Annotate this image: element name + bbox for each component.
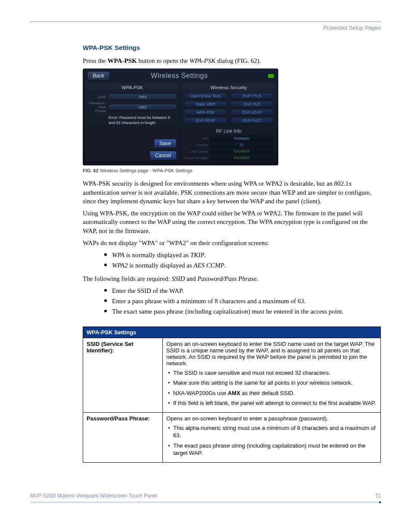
bullet-wpa2: WPA2 is normally displayed as AES CCMP. bbox=[112, 261, 381, 270]
txt: . bbox=[204, 252, 206, 258]
error-text: Error: Password must be between 8 and 63… bbox=[109, 115, 177, 125]
figure-62: Back Wireless Settings WPA-PSK SSID AMX … bbox=[83, 68, 381, 173]
em: SSID bbox=[171, 275, 185, 282]
table-header: WPA-PSK Settings bbox=[83, 327, 381, 338]
txt: is normally displayed as bbox=[128, 262, 193, 269]
rf-key: Link Quality bbox=[184, 149, 208, 153]
intro-em: WPA-PSK bbox=[190, 57, 216, 64]
paragraph-3: WAPs do not display "WPA" or "WPA2" on t… bbox=[83, 239, 381, 247]
rf-value: Excellent bbox=[209, 148, 274, 154]
figure-title: Wireless Settings bbox=[114, 72, 245, 80]
table-key: Password/Pass Phrase: bbox=[83, 412, 163, 462]
em: WPA2 bbox=[112, 262, 128, 269]
rf-title: RF Link Info bbox=[182, 128, 276, 134]
cancel-button[interactable]: Cancel bbox=[149, 151, 177, 160]
footer-bar bbox=[30, 501, 381, 503]
rf-key: AP bbox=[184, 137, 208, 140]
ssid-label: SSID bbox=[87, 95, 106, 99]
intro-paragraph: Press the WPA-PSK button to opens the WP… bbox=[83, 56, 381, 65]
required-fields-paragraph: The following fields are required: SSID … bbox=[83, 274, 381, 283]
pass-input[interactable]: AMX bbox=[108, 104, 177, 111]
settings-table: WPA-PSK Settings SSID (Service Set Ident… bbox=[83, 327, 381, 463]
paragraph-2: Using WPA-PSK, the encryption on the WAP… bbox=[83, 209, 381, 235]
security-option-eap-fast[interactable]: EAP-FAST bbox=[230, 117, 274, 124]
back-button[interactable]: Back bbox=[87, 71, 110, 81]
list-item: The SSID is case sensitive and must not … bbox=[168, 369, 377, 377]
rf-value: Excellent bbox=[209, 155, 274, 161]
list-item: The exact same pass phrase (including ca… bbox=[112, 307, 381, 316]
security-option-wpa-psk[interactable]: WPA-PSK bbox=[184, 109, 227, 116]
rf-row: Signal StrengthExcellent bbox=[184, 155, 274, 161]
header-right: Protected Setup Pages bbox=[30, 25, 381, 31]
pass-label: Password / Pass Phrase bbox=[87, 101, 106, 113]
required-fields-bullets: Enter the SSID of the WAP.Enter a pass p… bbox=[83, 286, 381, 316]
left-panel-label: WPA-PSK bbox=[85, 83, 179, 93]
em: AES CCMP bbox=[193, 262, 224, 269]
list-item: The exact pass phrase string (including … bbox=[168, 442, 377, 457]
rf-row: APmystique bbox=[184, 135, 274, 141]
figure-caption-num: FIG. 62 bbox=[83, 168, 99, 173]
rf-key: Channel bbox=[184, 143, 208, 147]
list-item: Enter a pass phrase with a minimum of 8 … bbox=[112, 297, 381, 305]
list-item: Enter the SSID of the WAP. bbox=[112, 286, 381, 295]
display-bullets: WPA is normally displayed as TKIP. WPA2 … bbox=[83, 251, 381, 270]
security-option-eap-tls[interactable]: EAP-TLS bbox=[230, 101, 274, 108]
em: Password/Pass Phrase bbox=[197, 275, 256, 282]
table-value: Opens an on-screen keyboard to enter the… bbox=[163, 338, 381, 412]
txt: and bbox=[185, 275, 197, 282]
intro-bold: WPA-PSK bbox=[108, 57, 137, 64]
txt: . bbox=[257, 275, 258, 282]
footer-page-number: 71 bbox=[375, 493, 381, 499]
table-intro: Opens an on-screen keyboard to enter a p… bbox=[166, 415, 377, 422]
figure-caption: FIG. 62 Wireless Settings page - WPA-PSK… bbox=[83, 168, 381, 173]
table-value: Opens an on-screen keyboard to enter a p… bbox=[163, 412, 381, 462]
txt: is normally displayed as bbox=[125, 252, 190, 258]
intro-mid: button to opens the bbox=[137, 57, 190, 64]
figure-caption-text: Wireless Settings page - WPA-PSK Setting… bbox=[99, 168, 193, 173]
intro-post: dialog (FIG. 62). bbox=[215, 57, 261, 64]
em: WPA bbox=[112, 252, 125, 258]
section-title: WPA-PSK Settings bbox=[83, 44, 381, 51]
figure-screenshot: Back Wireless Settings WPA-PSK SSID AMX … bbox=[83, 68, 278, 165]
security-option-eap-leap[interactable]: EAP-LEAP bbox=[230, 109, 274, 116]
security-option-eap-ttls[interactable]: EAP-TTLS bbox=[230, 93, 274, 100]
list-item: NXA-WAP200Gs use AMX as their default SS… bbox=[168, 389, 377, 397]
page-footer: MVP-5200i Modero Viewpoint Widescreen To… bbox=[30, 493, 381, 499]
table-intro: Opens an on-screen keyboard to enter the… bbox=[166, 341, 377, 367]
rf-key: Signal Strength bbox=[184, 156, 208, 160]
save-button[interactable]: Save bbox=[154, 139, 177, 148]
footer-left: MVP-5200i Modero Viewpoint Widescreen To… bbox=[30, 493, 157, 499]
intro-pre: Press the bbox=[83, 57, 108, 64]
table-bullets: This alpha-numeric string must use a min… bbox=[166, 424, 377, 457]
right-panel-label: Wireless Security bbox=[182, 83, 276, 93]
bullet-wpa: WPA is normally displayed as TKIP. bbox=[112, 251, 381, 259]
security-option-eap-peap[interactable]: EAP-PEAP bbox=[184, 117, 227, 124]
paragraph-1: WPA-PSK security is designed for environ… bbox=[83, 179, 381, 205]
security-option-static-wep[interactable]: Static WEP bbox=[184, 101, 227, 108]
em: TKIP bbox=[190, 252, 205, 258]
txt: The following fields are required: bbox=[83, 275, 171, 282]
list-item: Make sure this setting is the same for a… bbox=[168, 379, 377, 387]
rf-row: Link QualityExcellent bbox=[184, 148, 274, 154]
table-key: SSID (Service Set Identifier): bbox=[83, 338, 163, 412]
table-row: SSID (Service Set Identifier):Opens an o… bbox=[83, 338, 381, 412]
table-row: Password/Pass Phrase:Opens an on-screen … bbox=[83, 412, 381, 462]
rf-value: 11 bbox=[209, 142, 274, 148]
status-led-icon bbox=[268, 74, 274, 78]
rf-value: mystique bbox=[209, 135, 274, 141]
list-item: This alpha-numeric string must use a min… bbox=[168, 424, 377, 439]
rf-row: Channel11 bbox=[184, 142, 274, 148]
list-item: If this field is left blank, the panel w… bbox=[168, 399, 377, 407]
security-option-open-clear-text-[interactable]: Open (Clear Text) bbox=[184, 93, 227, 100]
txt: . bbox=[224, 262, 226, 269]
table-bullets: The SSID is case sensitive and must not … bbox=[166, 369, 377, 407]
ssid-input[interactable]: AMX bbox=[108, 93, 177, 100]
